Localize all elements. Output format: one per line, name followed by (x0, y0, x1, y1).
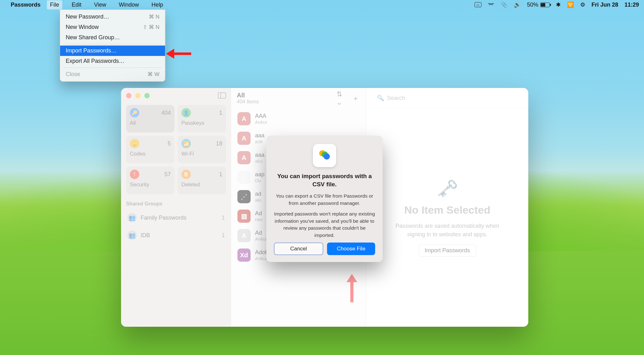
item-app-icon: A (237, 132, 251, 145)
sidebar-tile-security[interactable]: !57 Security (126, 167, 175, 194)
battery-status[interactable]: 50% (527, 2, 550, 8)
file-menu-dropdown: New Password…⌘ N New Window⇧ ⌘ N New Sha… (60, 9, 165, 82)
sidebar-tile-passkeys[interactable]: 👤1 Passkeys (178, 105, 226, 133)
group-avatar-icon: 👥 (127, 213, 137, 222)
item-title: aap (255, 171, 264, 178)
empty-title: No Item Selected (404, 204, 491, 216)
close-window-button[interactable] (126, 93, 131, 98)
choose-file-button[interactable]: Choose File (327, 243, 375, 255)
sidebar-tile-codes[interactable]: 🔒5 Codes (126, 136, 175, 163)
battery-icon (540, 3, 550, 7)
lock-icon: 🔒 (130, 139, 139, 148)
control-center-icon[interactable]: ⚙︎ (580, 1, 585, 8)
wifi-tile-icon: 📶 (181, 139, 191, 148)
import-passwords-button[interactable]: Import Passwords (419, 244, 476, 257)
menu-file[interactable]: File (47, 0, 62, 9)
detail-pane: 🔍 Search 🗝️ No Item Selected Passwords a… (366, 88, 528, 327)
item-app-icon: A (237, 151, 251, 164)
empty-description: Passwords are saved automatically when s… (391, 222, 503, 239)
wifi-icon[interactable]: 🛜 (567, 1, 574, 8)
sidebar-toggle-icon[interactable] (218, 92, 226, 99)
screen-mirroring-icon[interactable]: ⌤ (488, 1, 494, 8)
item-title: aaa (255, 132, 264, 139)
import-csv-dialog: You can import passwords with a CSV file… (266, 136, 383, 262)
list-title: All (237, 92, 331, 99)
dialog-title: You can import passwords with a CSV file… (274, 172, 375, 188)
shared-group-idb[interactable]: 👥 IDB 1 (126, 229, 226, 242)
tile-label: Deleted (181, 182, 222, 188)
menu-item-import-passwords[interactable]: Import Passwords… (60, 46, 165, 56)
item-title: Ad (255, 210, 263, 217)
tile-label: Wi-Fi (181, 151, 222, 157)
menubar-time[interactable]: 11:29 (625, 2, 639, 8)
group-avatar-icon: 👥 (127, 231, 137, 240)
menu-help[interactable]: Help (148, 0, 166, 9)
person-icon: 👤 (181, 108, 191, 117)
dialog-paragraph-1: You can export a CSV file from Passwords… (274, 193, 375, 207)
alert-icon: ! (130, 170, 139, 179)
dialog-paragraph-2: Imported passwords won't replace any exi… (274, 210, 375, 239)
menu-item-new-window[interactable]: New Window⇧ ⌘ N (60, 22, 165, 32)
group-label: Family Passwords (141, 215, 186, 221)
item-app-icon: ⋰ (237, 190, 251, 203)
group-count: 1 (222, 215, 225, 221)
volume-icon[interactable]: 🔊 (514, 1, 521, 8)
sort-button[interactable]: ⇅ ⌄ (336, 94, 346, 103)
sidebar-tile-wifi[interactable]: 📶18 Wi-Fi (178, 136, 226, 163)
sidebar-tile-deleted[interactable]: 🗑1 Deleted (178, 167, 226, 194)
menu-item-new-shared-group[interactable]: New Shared Group… (60, 32, 165, 43)
item-app-icon: ▨ (237, 210, 251, 223)
item-app-icon: A (237, 229, 251, 242)
trash-icon: 🗑 (181, 170, 191, 179)
item-title: AAA (255, 113, 267, 119)
group-label: IDB (141, 232, 150, 239)
sidebar-tile-all[interactable]: 🔑404 All (126, 105, 175, 133)
list-subtitle: 404 Items (237, 99, 331, 105)
bluetooth-icon[interactable]: ✱ (556, 1, 561, 8)
cancel-button[interactable]: Cancel (274, 243, 323, 255)
item-subtitle: aki (255, 197, 261, 203)
menu-window[interactable]: Window (116, 0, 142, 9)
window-controls (126, 92, 226, 99)
app-name[interactable]: Passwords (11, 2, 41, 8)
search-field[interactable]: 🔍 Search (373, 92, 521, 104)
sidebar-tiles: 🔑404 All 👤1 Passkeys 🔒5 Codes 📶18 Wi-Fi … (126, 105, 226, 194)
shared-groups-heading: Shared Groups (126, 201, 226, 207)
sidebar: 🔑404 All 👤1 Passkeys 🔒5 Codes 📶18 Wi-Fi … (121, 88, 231, 327)
item-subtitle: aku (255, 158, 264, 164)
zoom-window-button[interactable] (144, 93, 150, 98)
minimize-window-button[interactable] (135, 93, 141, 98)
group-count: 1 (222, 232, 225, 239)
menu-bar: Passwords File Edit View Window Help ▭ ⌤… (0, 0, 644, 9)
item-subtitle: ank (255, 139, 264, 144)
tile-label: Passkeys (181, 120, 222, 126)
keys-placeholder-icon: 🗝️ (437, 178, 458, 198)
key-icon: 🔑 (130, 108, 139, 117)
annotation-arrow-import (166, 51, 191, 57)
menu-item-new-password[interactable]: New Password…⌘ N (60, 12, 165, 22)
battery-percent: 50% (527, 2, 538, 8)
menubar-date[interactable]: Fri Jun 28 (591, 2, 618, 8)
item-subtitle: Du (255, 178, 264, 183)
item-app-icon: A (237, 112, 251, 125)
item-title: ad (255, 191, 261, 197)
tile-label: Security (130, 182, 171, 188)
svg-point-2 (324, 153, 330, 160)
add-password-button[interactable]: ＋ (351, 94, 360, 103)
menu-view[interactable]: View (91, 0, 109, 9)
list-item[interactable]: A AAA Ankur (234, 109, 364, 128)
shared-group-family[interactable]: 👥 Family Passwords 1 (126, 211, 226, 224)
tile-label: Codes (130, 151, 171, 157)
item-app-icon (237, 171, 251, 184)
menu-item-export-all-passwords[interactable]: Export All Passwords… (60, 56, 165, 66)
menu-edit[interactable]: Edit (69, 0, 85, 9)
item-title: aaa (255, 152, 264, 158)
item-app-icon: Xd (237, 248, 251, 262)
stage-manager-icon[interactable]: ▭ (475, 2, 481, 7)
item-subtitle: Ankur (255, 119, 267, 125)
tile-label: All (130, 120, 171, 126)
passwords-app-icon (313, 144, 336, 167)
item-subtitle: nev (255, 217, 263, 222)
annotation-arrow-choose-file (348, 274, 356, 302)
attachment-icon[interactable]: 📎 (501, 1, 508, 8)
